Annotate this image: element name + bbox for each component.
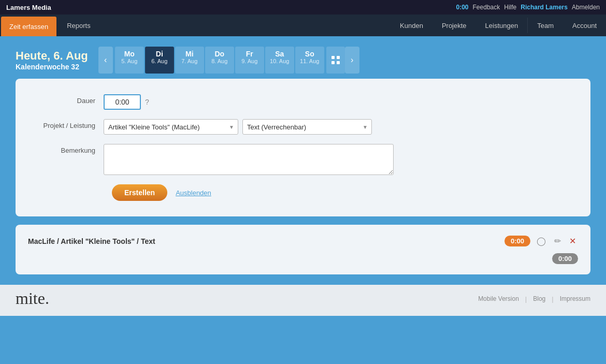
- week-nav: ‹ Mo5. AugDi6. AugMi7. AugDo8. AugFr9. A…: [98, 47, 359, 74]
- top-bar: Lamers Media 0:00 Feedback Hilfe Richard…: [0, 0, 606, 14]
- erstellen-button[interactable]: Erstellen: [112, 184, 167, 201]
- nav-leistungen[interactable]: Leistungen: [476, 14, 528, 36]
- day-btn-mo[interactable]: Mo5. Aug: [115, 47, 144, 74]
- bemerkung-label: Bemerkung: [36, 144, 104, 154]
- svg-rect-2: [331, 61, 335, 64]
- day-btn-fr[interactable]: Fr9. Aug: [235, 47, 264, 74]
- footer-impressum-link[interactable]: Impressum: [560, 295, 590, 303]
- leistung-select[interactable]: Text (Verrechenbar): [242, 119, 372, 135]
- nav-right: Kunden Projekte Leistungen Team Account: [391, 14, 606, 36]
- nav-kunden[interactable]: Kunden: [391, 14, 432, 36]
- entry-total: 0:00: [28, 253, 578, 264]
- entry-row: MacLife / Artikel "Kleine Tools" / Text …: [28, 235, 578, 247]
- day-btn-do[interactable]: Do8. Aug: [205, 47, 234, 74]
- footer-links: Mobile Version | Blog | Impressum: [478, 285, 590, 303]
- day-btn-di[interactable]: Di6. Aug: [145, 47, 174, 74]
- projekt-select-wrapper: Artikel "Kleine Tools" (MacLife) ▼: [104, 119, 238, 135]
- bemerkung-row: Bemerkung: [36, 144, 570, 175]
- week-days: Mo5. AugDi6. AugMi7. AugDo8. AugFr9. Aug…: [115, 47, 324, 74]
- next-week-button[interactable]: ›: [345, 47, 359, 74]
- footer-sep-1: |: [525, 295, 527, 303]
- leistung-select-wrapper: Text (Verrechenbar) ▼: [242, 119, 372, 135]
- nav-projekte[interactable]: Projekte: [432, 14, 476, 36]
- svg-rect-3: [337, 61, 340, 64]
- date-title: Heute, 6. Aug Kalenderwoche 32: [16, 49, 88, 71]
- footer-logo: mite.: [16, 285, 49, 308]
- entry-card: MacLife / Artikel "Kleine Tools" / Text …: [16, 225, 590, 274]
- dauer-label: Dauer: [36, 94, 104, 105]
- total-time-badge: 0:00: [552, 253, 578, 264]
- footer: mite. Mobile Version | Blog | Impressum: [0, 285, 606, 316]
- footer-blog-link[interactable]: Blog: [533, 295, 545, 303]
- bemerkung-textarea[interactable]: [104, 144, 394, 175]
- top-bar-actions: 0:00 Feedback Hilfe Richard Lamers Abmel…: [456, 4, 600, 11]
- form-actions: Erstellen Ausblenden: [36, 184, 570, 201]
- dauer-row: Dauer ?: [36, 94, 570, 110]
- nav-team[interactable]: Team: [528, 14, 563, 36]
- prev-week-button[interactable]: ‹: [98, 47, 113, 74]
- time-entry-form: Dauer ? Projekt / Leistung Artikel "Klei…: [16, 79, 590, 216]
- delete-icon-button[interactable]: ✕: [567, 235, 578, 247]
- day-btn-so[interactable]: So11. Aug: [295, 47, 324, 74]
- nav-left: Zeit erfassen Reports: [0, 14, 100, 36]
- feedback-link[interactable]: Feedback: [473, 4, 500, 11]
- svg-rect-0: [331, 56, 335, 59]
- nav-account[interactable]: Account: [563, 14, 606, 36]
- projekt-select[interactable]: Artikel "Kleine Tools" (MacLife): [104, 119, 238, 135]
- kw-label: Kalenderwoche 32: [16, 63, 88, 71]
- entry-time-badge: 0:00: [504, 236, 530, 246]
- projekt-row: Projekt / Leistung Artikel "Kleine Tools…: [36, 119, 570, 135]
- svg-rect-1: [337, 56, 340, 59]
- day-btn-mi[interactable]: Mi7. Aug: [175, 47, 204, 74]
- footer-mobile-link[interactable]: Mobile Version: [478, 295, 519, 303]
- ausblenden-button[interactable]: Ausblenden: [176, 189, 211, 197]
- abmelden-link[interactable]: Abmelden: [572, 4, 600, 11]
- footer-sep-2: |: [552, 295, 553, 303]
- brand-name: Lamers Media: [6, 4, 51, 11]
- day-btn-sa[interactable]: Sa10. Aug: [265, 47, 294, 74]
- hilfe-link[interactable]: Hilfe: [504, 4, 516, 11]
- nav-bar: Zeit erfassen Reports Kunden Projekte Le…: [0, 14, 606, 36]
- today-label: Heute, 6. Aug: [16, 49, 88, 63]
- nav-reports[interactable]: Reports: [57, 14, 100, 36]
- timer-icon-button[interactable]: ◯: [535, 235, 548, 247]
- calendar-header: Heute, 6. Aug Kalenderwoche 32 ‹ Mo5. Au…: [0, 36, 606, 79]
- nav-zeit-erfassen[interactable]: Zeit erfassen: [1, 17, 56, 36]
- projekt-label: Projekt / Leistung: [36, 119, 104, 129]
- grid-icon: [331, 55, 340, 65]
- entry-title: MacLife / Artikel "Kleine Tools" / Text: [28, 237, 155, 245]
- grid-view-button[interactable]: [326, 47, 345, 74]
- entry-actions: 0:00 ◯ ✏ ✕: [504, 235, 578, 247]
- dauer-controls: ?: [104, 94, 570, 110]
- projekt-controls: Artikel "Kleine Tools" (MacLife) ▼ Text …: [104, 119, 570, 135]
- dauer-input[interactable]: [104, 94, 141, 110]
- user-link[interactable]: Richard Lamers: [521, 4, 568, 11]
- main-content: Dauer ? Projekt / Leistung Artikel "Klei…: [0, 79, 606, 285]
- help-text: ?: [145, 98, 149, 106]
- edit-icon-button[interactable]: ✏: [552, 235, 563, 247]
- bemerkung-controls: [104, 144, 570, 175]
- time-display: 0:00: [456, 4, 469, 11]
